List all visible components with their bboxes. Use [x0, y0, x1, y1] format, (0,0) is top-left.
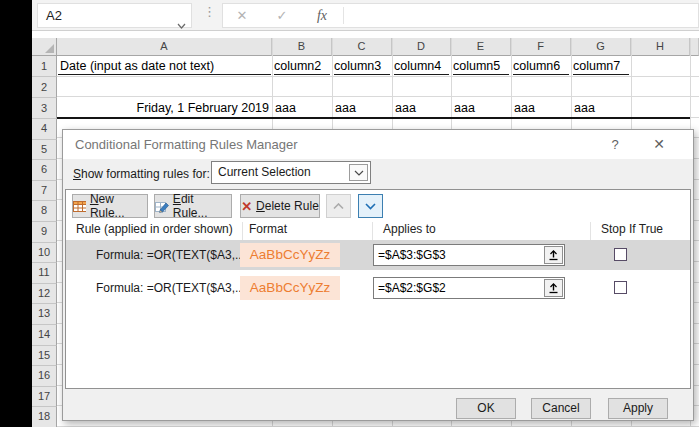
delete-rule-button[interactable]: ✕ Delete Rule [240, 194, 320, 218]
select-all-button[interactable] [32, 38, 57, 56]
row-header[interactable]: 16 [32, 366, 57, 387]
cell-a1[interactable]: Date (input as date not text) [58, 56, 271, 75]
scope-combobox-value: Current Selection [218, 162, 311, 183]
conditional-formatting-rules-manager-dialog: Conditional Formatting Rules Manager ? ✕… [62, 129, 694, 421]
column-header-d[interactable]: D [392, 38, 451, 56]
cell-g3[interactable]: aaa [574, 98, 629, 119]
formula-bar-row: A2 ⋮ ✕ ✓ fx [0, 0, 699, 31]
row-header[interactable]: 17 [32, 387, 57, 408]
row-header[interactable]: 3 [32, 98, 57, 119]
scope-combobox[interactable]: Current Selection [211, 161, 371, 184]
row-headers: 1 2 3 4 5 6 7 8 9 10 11 12 13 14 15 16 1… [32, 56, 57, 427]
edit-rule-button[interactable]: Edit Rule... [154, 194, 232, 218]
cell-d1[interactable]: column4 [394, 56, 449, 75]
excel-window: A2 ⋮ ✕ ✓ fx A B C D E F G H 1 2 3 4 5 6 … [0, 0, 699, 427]
delete-x-icon: ✕ [241, 199, 252, 214]
edit-rule-label: Edit Rule... [173, 192, 231, 220]
chevron-down-icon[interactable] [349, 164, 368, 181]
formula-bar-divider [343, 7, 344, 24]
close-icon[interactable]: ✕ [643, 130, 675, 159]
row-header[interactable]: 12 [32, 284, 57, 305]
help-icon[interactable]: ? [599, 130, 631, 159]
column-header-b[interactable]: B [272, 38, 332, 56]
row-header[interactable]: 9 [32, 222, 57, 243]
collapse-dialog-icon[interactable] [544, 246, 563, 264]
rules-listbox: New Rule... Edit Rule... ✕ Delete Rule [65, 189, 691, 389]
column-header-c[interactable]: C [332, 38, 392, 56]
dialog-title: Conditional Formatting Rules Manager [75, 130, 298, 159]
column-header-h[interactable]: H [631, 38, 690, 56]
stop-if-true-checkbox[interactable] [614, 248, 627, 261]
new-rule-button[interactable]: New Rule... [72, 194, 148, 218]
row-header[interactable]: 10 [32, 243, 57, 264]
column-header-f[interactable]: F [511, 38, 571, 56]
formula-input[interactable] [347, 4, 697, 27]
move-rule-down-button[interactable] [358, 194, 383, 218]
row-header[interactable]: 8 [32, 201, 57, 222]
cancel-button[interactable]: Cancel [531, 398, 591, 419]
ok-button[interactable]: OK [456, 398, 516, 419]
cell-b1[interactable]: column2 [274, 56, 330, 75]
row-header[interactable]: 5 [32, 140, 57, 161]
show-rules-for-label: Show formatting rules for: [73, 167, 210, 181]
row-header[interactable]: 2 [32, 77, 57, 98]
select-all-triangle-icon [45, 44, 54, 53]
new-rule-label: New Rule... [90, 192, 147, 220]
formula-bar-group: ✕ ✓ fx [222, 3, 699, 28]
cell-e3[interactable]: aaa [454, 98, 509, 119]
col-header-applies-to: Applies to [383, 222, 436, 242]
dialog-titlebar[interactable]: Conditional Formatting Rules Manager ? ✕ [63, 130, 693, 159]
move-rule-up-button[interactable] [326, 194, 351, 218]
cell-c3[interactable]: aaa [335, 98, 390, 119]
column-header-a[interactable]: A [57, 38, 272, 56]
row-header[interactable]: 18 [32, 407, 57, 427]
cell-f1[interactable]: column6 [513, 56, 569, 75]
name-box[interactable]: A2 [37, 3, 192, 28]
cell-b3[interactable]: aaa [275, 98, 330, 119]
new-rule-table-icon [73, 200, 86, 213]
row-header[interactable]: 15 [32, 346, 57, 367]
column-header-partial [690, 38, 699, 56]
column-headers: A B C D E F G H [57, 38, 699, 56]
stop-if-true-checkbox[interactable] [614, 281, 627, 294]
cell-f3[interactable]: aaa [514, 98, 569, 119]
row-header[interactable]: 6 [32, 160, 57, 181]
collapse-dialog-icon[interactable] [544, 279, 563, 297]
chevron-up-icon [333, 203, 344, 210]
insert-function-icon[interactable]: fx [311, 4, 333, 27]
row-header[interactable]: 7 [32, 181, 57, 202]
row3-thick-border [57, 117, 690, 119]
cell-g1[interactable]: column7 [573, 56, 629, 75]
edit-rule-pencil-icon [155, 200, 169, 213]
col-header-rule: Rule (applied in order shown) [76, 222, 233, 242]
applies-to-field [373, 244, 565, 266]
name-box-value: A2 [46, 8, 62, 23]
row-header[interactable]: 14 [32, 325, 57, 346]
applies-to-field [373, 277, 565, 299]
row-header[interactable]: 1 [32, 56, 57, 77]
name-box-dropdown-icon[interactable] [177, 13, 186, 36]
col-header-stop-if-true: Stop If True [601, 222, 663, 242]
row-header[interactable]: 4 [32, 119, 57, 140]
chevron-down-icon [365, 203, 376, 210]
applies-to-input[interactable] [374, 245, 542, 265]
column-header-e[interactable]: E [451, 38, 511, 56]
row-header[interactable]: 11 [32, 263, 57, 284]
enter-icon[interactable]: ✓ [271, 4, 293, 27]
column-header-g[interactable]: G [571, 38, 631, 56]
row-header[interactable]: 13 [32, 304, 57, 325]
cell-c1[interactable]: column3 [334, 56, 390, 75]
cell-e1[interactable]: column5 [453, 56, 509, 75]
format-preview: AaBbCcYyZz [240, 243, 340, 267]
apply-button[interactable]: Apply [608, 398, 668, 419]
cell-d3[interactable]: aaa [395, 98, 449, 119]
rule-formula: Formula: =OR(TEXT($A3,... [96, 240, 245, 270]
cell-a3[interactable]: Friday, 1 February 2019 [57, 98, 269, 119]
rule-row-1[interactable]: Formula: =OR(TEXT($A3,... AaBbCcYyZz [66, 240, 690, 270]
cancel-icon[interactable]: ✕ [231, 4, 253, 27]
delete-rule-label: Delete Rule [256, 199, 319, 213]
rule-row-2[interactable]: Formula: =OR(TEXT($A3,... AaBbCcYyZz [66, 274, 690, 302]
applies-to-input[interactable] [374, 278, 542, 298]
col-header-format: Format [249, 222, 287, 242]
rule-formula: Formula: =OR(TEXT($A3,... [96, 274, 245, 302]
